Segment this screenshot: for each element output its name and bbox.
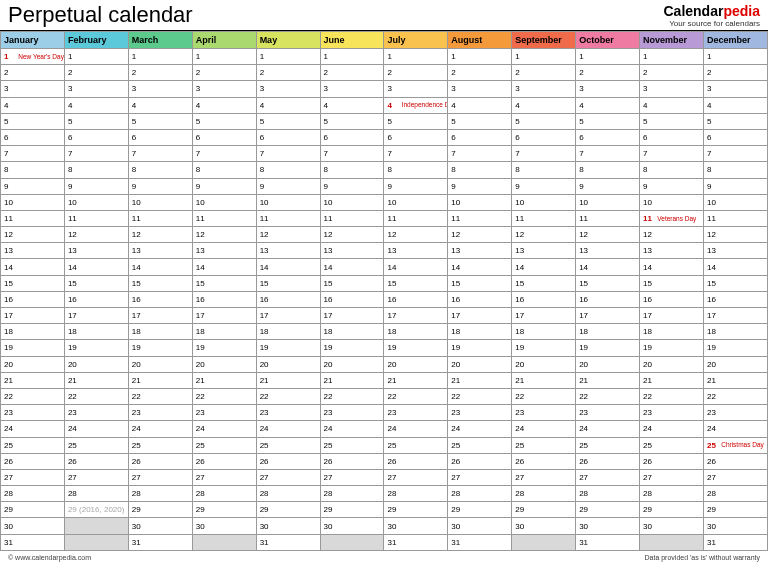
day-cell: 8 (64, 162, 128, 178)
day-cell: 14 (703, 259, 767, 275)
day-cell: 6 (256, 129, 320, 145)
day-cell: 25 (320, 437, 384, 453)
day-cell: 8 (128, 162, 192, 178)
day-row: 555555555555 (1, 113, 768, 129)
day-cell: 25 Christmas Day (703, 437, 767, 453)
day-cell: 19 (384, 340, 448, 356)
day-row: 2929 (2016, 2020)29292929292929292929 (1, 502, 768, 518)
calendar-table: JanuaryFebruaryMarchAprilMayJuneJulyAugu… (0, 31, 768, 551)
day-cell: 12 (192, 227, 256, 243)
day-cell: 13 (640, 243, 704, 259)
day-cell: 6 (64, 129, 128, 145)
day-cell: 18 (640, 324, 704, 340)
day-cell: 12 (320, 227, 384, 243)
day-cell: 17 (703, 308, 767, 324)
day-cell: 3 (512, 81, 576, 97)
day-cell: 10 (192, 194, 256, 210)
day-cell: 6 (512, 129, 576, 145)
day-cell: 13 (128, 243, 192, 259)
day-cell: 8 (320, 162, 384, 178)
day-cell: 23 (703, 405, 767, 421)
calendar-body: 1 New Year's Day111111111112222222222223… (1, 49, 768, 551)
day-cell: 22 (128, 388, 192, 404)
day-cell: 9 (1, 178, 65, 194)
day-cell: 15 (703, 275, 767, 291)
day-cell: 16 (192, 291, 256, 307)
day-cell: 14 (1, 259, 65, 275)
day-row: 101010101010101010101010 (1, 194, 768, 210)
day-cell: 11 (384, 210, 448, 226)
day-cell: 9 (128, 178, 192, 194)
day-cell: 4 (640, 97, 704, 113)
footer: © www.calendarpedia.com Data provided 'a… (0, 551, 768, 564)
day-cell: 5 (128, 113, 192, 129)
day-cell: 28 (1, 486, 65, 502)
day-cell: 15 (192, 275, 256, 291)
day-cell: 27 (448, 469, 512, 485)
day-cell: 8 (192, 162, 256, 178)
day-cell: 6 (448, 129, 512, 145)
day-cell: 1 (320, 49, 384, 65)
day-row: 3030303030303030303030 (1, 518, 768, 534)
day-cell: 11 (1, 210, 65, 226)
day-cell: 20 (448, 356, 512, 372)
day-cell: 5 (1, 113, 65, 129)
day-row: 151515151515151515151515 (1, 275, 768, 291)
day-cell: 19 (1, 340, 65, 356)
day-cell: 19 (640, 340, 704, 356)
day-row: 161616161616161616161616 (1, 291, 768, 307)
day-cell: 10 (64, 194, 128, 210)
day-cell: 27 (384, 469, 448, 485)
day-cell: 30 (640, 518, 704, 534)
month-header-december: December (703, 32, 767, 49)
day-cell: 28 (448, 486, 512, 502)
day-cell: 14 (576, 259, 640, 275)
day-cell: 16 (448, 291, 512, 307)
day-cell: 26 (448, 453, 512, 469)
month-header-february: February (64, 32, 128, 49)
day-cell: 22 (576, 388, 640, 404)
day-cell: 3 (640, 81, 704, 97)
month-header-row: JanuaryFebruaryMarchAprilMayJuneJulyAugu… (1, 32, 768, 49)
day-cell: 15 (256, 275, 320, 291)
day-cell: 2 (512, 65, 576, 81)
day-cell: 20 (576, 356, 640, 372)
day-cell: 2 (384, 65, 448, 81)
day-cell: 17 (640, 308, 704, 324)
day-cell: 30 (1, 518, 65, 534)
day-cell: 31 (448, 534, 512, 550)
day-cell: 23 (320, 405, 384, 421)
day-cell: 17 (320, 308, 384, 324)
day-cell: 16 (576, 291, 640, 307)
day-cell: 7 (128, 146, 192, 162)
day-cell: 27 (1, 469, 65, 485)
day-cell: 4 (64, 97, 128, 113)
day-cell: 7 (1, 146, 65, 162)
day-cell: 21 (576, 372, 640, 388)
day-cell: 26 (703, 453, 767, 469)
day-cell: 17 (512, 308, 576, 324)
day-cell: 21 (1, 372, 65, 388)
day-cell: 29 (448, 502, 512, 518)
month-header-april: April (192, 32, 256, 49)
day-cell: 2 (192, 65, 256, 81)
day-cell: 22 (256, 388, 320, 404)
day-cell: 20 (512, 356, 576, 372)
day-cell: 29 (1, 502, 65, 518)
day-cell: 27 (703, 469, 767, 485)
day-cell: 24 (576, 421, 640, 437)
day-cell: 24 (64, 421, 128, 437)
day-cell: 10 (256, 194, 320, 210)
day-cell: 18 (128, 324, 192, 340)
day-cell: 4 (1, 97, 65, 113)
day-cell: 11 (576, 210, 640, 226)
day-cell: 1 (192, 49, 256, 65)
day-cell: 1 (256, 49, 320, 65)
day-cell: 24 (1, 421, 65, 437)
month-header-january: January (1, 32, 65, 49)
day-row: 4444444 Independence Day44444 (1, 97, 768, 113)
day-cell: 5 (256, 113, 320, 129)
day-cell: 29 (256, 502, 320, 518)
month-header-march: March (128, 32, 192, 49)
day-cell: 27 (192, 469, 256, 485)
